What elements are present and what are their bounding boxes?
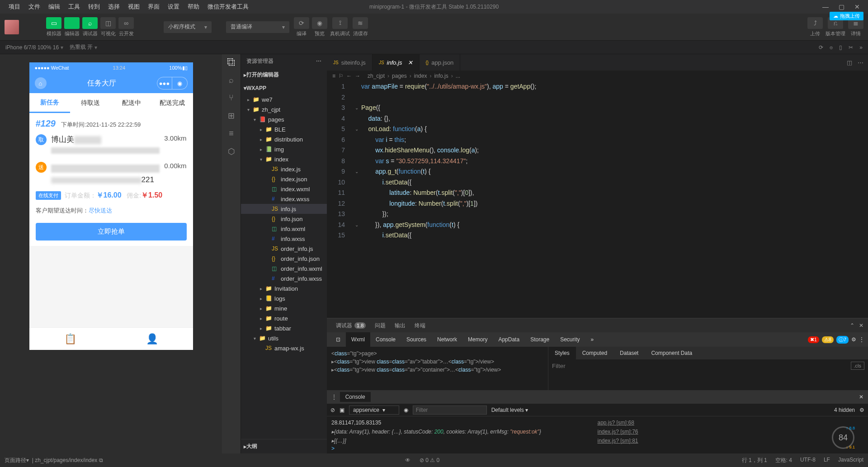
tree-info.js[interactable]: JSinfo.js xyxy=(241,204,327,214)
status-空格: 4[interactable]: 空格: 4 xyxy=(775,457,792,464)
tree-amap-wx.js[interactable]: JSamap-wx.js xyxy=(241,343,327,353)
status-UTF-8[interactable]: UTF-8 xyxy=(800,457,816,464)
maximize-icon[interactable]: ▢ xyxy=(839,3,844,10)
tree-utils[interactable]: ▾📁utils xyxy=(241,333,327,343)
phone-home-icon[interactable]: ⌂ xyxy=(35,77,47,89)
menu-视图[interactable]: 视图 xyxy=(124,1,144,13)
project-root-section[interactable]: ▾ WXAPP xyxy=(241,84,327,93)
styletab-Component Data[interactable]: Component Data xyxy=(645,347,698,359)
console-context-dropdown[interactable]: appservice ▾ xyxy=(349,406,399,415)
styletab-Dataset[interactable]: Dataset xyxy=(613,347,645,359)
close-icon[interactable]: ✕ xyxy=(854,3,860,10)
panel-Console[interactable]: Console xyxy=(370,332,401,347)
console-close-icon[interactable]: ✕ xyxy=(859,394,863,400)
tabbar-orders-icon[interactable]: 📋 xyxy=(29,328,111,350)
tab-app.json[interactable]: {} app.json xyxy=(420,54,461,71)
tree-distribution[interactable]: ▸📁distribution xyxy=(241,134,327,144)
console-top-icon[interactable]: ▣ xyxy=(340,407,344,413)
menu-项目[interactable]: 项目 xyxy=(5,1,24,13)
toolbtn-云开发[interactable]: ∞云开发 xyxy=(118,17,134,37)
menu-界面[interactable]: 界面 xyxy=(144,1,164,13)
toolbtn-调试器[interactable]: ⌕调试器 xyxy=(82,17,98,37)
tree-info.wxml[interactable]: ◫info.wxml xyxy=(241,224,327,234)
status-行 1，列 1[interactable]: 行 1，列 1 xyxy=(742,457,767,464)
devtab-终端[interactable]: 终端 xyxy=(410,319,430,332)
console-filter-input[interactable] xyxy=(413,406,487,415)
extension-icon[interactable]: ⊞ xyxy=(228,111,235,121)
menu-编辑[interactable]: 编辑 xyxy=(44,1,64,13)
capsule-button[interactable]: ●●●◉ xyxy=(157,77,188,90)
toolbtn-预览[interactable]: ◉预览 xyxy=(312,17,327,37)
toolbtn-上传[interactable]: ⤴上传 xyxy=(807,17,823,37)
mode-dropdown[interactable]: 小程序模式▾ xyxy=(164,21,212,33)
menu-设置[interactable]: 设置 xyxy=(164,1,184,13)
console-output[interactable]: 28.81147,105.83135app.js? [sm]:68▸{data:… xyxy=(327,416,868,453)
status-JavaScript[interactable]: JavaScript xyxy=(838,457,863,464)
cloud-icon[interactable]: ≡ xyxy=(229,129,234,138)
panel-Security[interactable]: Security xyxy=(555,332,585,347)
phone-tab-3[interactable]: 配送完成 xyxy=(152,93,193,113)
menu-帮助[interactable]: 帮助 xyxy=(184,1,203,13)
user-avatar[interactable] xyxy=(5,20,19,34)
compile-dropdown[interactable]: 普通编译▾ xyxy=(226,21,289,33)
panel-Wxml[interactable]: Wxml xyxy=(346,332,370,347)
refresh-icon[interactable]: ⟳ xyxy=(819,44,823,51)
problems-count[interactable]: ⊘ 0 ⚠ 0 xyxy=(420,457,439,463)
eye-icon[interactable]: 👁 xyxy=(405,457,410,463)
menu-选择[interactable]: 选择 xyxy=(104,1,124,13)
tree-img[interactable]: ▸📗img xyxy=(241,144,327,154)
open-editors-section[interactable]: ▸ 打开的编辑器 xyxy=(241,70,327,80)
promo-badge[interactable]: ☁ 拖拽上传 xyxy=(830,12,863,20)
tab-siteinfo.js[interactable]: JS siteinfo.js xyxy=(327,54,373,71)
panel-Sources[interactable]: Sources xyxy=(401,332,432,347)
tree-index.wxss[interactable]: #index.wxss xyxy=(241,194,327,204)
toolbtn-真机调试[interactable]: ⟟真机调试 xyxy=(330,17,350,37)
tree-index.wxml[interactable]: ◫index.wxml xyxy=(241,184,327,194)
tree-index[interactable]: ▾📁index xyxy=(241,154,327,164)
cut-icon[interactable]: ✂ xyxy=(849,44,853,51)
menu-转到[interactable]: 转到 xyxy=(84,1,104,13)
grab-order-button[interactable]: 立即抢单 xyxy=(36,223,187,241)
breadcrumb-item[interactable]: pages xyxy=(392,73,407,79)
tree-Invitation[interactable]: ▸📁Invitation xyxy=(241,283,327,293)
console-gear-icon[interactable]: ⚙ xyxy=(859,407,864,413)
console-eye-icon[interactable]: ◉ xyxy=(404,407,408,413)
tree-info.json[interactable]: {}info.json xyxy=(241,214,327,224)
breadcrumb-item[interactable]: index xyxy=(414,73,427,79)
console-tab[interactable]: Console xyxy=(340,392,371,402)
tree-index.js[interactable]: JSindex.js xyxy=(241,164,327,174)
outline-section[interactable]: ▸ 大纲 xyxy=(241,441,327,452)
tab-info.js[interactable]: JS info.js✕ xyxy=(373,54,420,71)
tree-zh_cjpt[interactable]: ▾📁zh_cjpt xyxy=(241,104,327,114)
panel-Storage[interactable]: Storage xyxy=(525,332,555,347)
device-selector[interactable]: iPhone 6/7/8 100% 16 xyxy=(5,44,59,51)
toolbtn-可视化[interactable]: ◫可视化 xyxy=(100,17,116,37)
breadcrumb-item[interactable]: info.js xyxy=(434,73,448,79)
tree-pages[interactable]: ▾📕pages xyxy=(241,114,327,124)
styletab-Styles[interactable]: Styles xyxy=(548,347,576,359)
device-icon[interactable]: ▯ xyxy=(839,44,842,51)
collapse-icon[interactable]: ⌃ xyxy=(850,322,854,329)
home-icon[interactable]: ⌾ xyxy=(830,44,833,51)
devtab-输出[interactable]: 输出 xyxy=(390,319,410,332)
breadcrumb-icons[interactable]: ≡ ⚐ ← → xyxy=(332,73,360,79)
dots-icon[interactable]: ⋮ xyxy=(859,336,864,343)
more-icon[interactable]: ⋯ xyxy=(858,59,863,66)
code-editor[interactable]: 123456789101112131415 ⌄⌄⌄⌄ var amapFile … xyxy=(327,81,868,318)
close-icon[interactable]: ✕ xyxy=(859,322,863,329)
toolbtn-编辑器[interactable]: 编辑器 xyxy=(64,17,80,37)
panel-Network[interactable]: Network xyxy=(432,332,462,347)
tree-info.wxss[interactable]: #info.wxss xyxy=(241,234,327,244)
panel-Memory[interactable]: Memory xyxy=(462,332,493,347)
panel-more[interactable]: » xyxy=(585,332,599,347)
console-menu-icon[interactable]: ⋮ xyxy=(331,394,337,400)
cls-toggle[interactable]: .cls xyxy=(851,362,865,370)
explorer-more-icon[interactable]: ⋯ xyxy=(316,58,321,64)
files-icon[interactable]: ⿻ xyxy=(227,58,236,67)
search-icon[interactable]: ⌕ xyxy=(229,75,234,85)
menu-工具[interactable]: 工具 xyxy=(64,1,84,13)
tree-route[interactable]: ▸📁route xyxy=(241,313,327,323)
bug-icon[interactable]: ⬡ xyxy=(228,146,235,156)
status-LF[interactable]: LF xyxy=(824,457,830,464)
performance-badge[interactable]: ↑ 8.8 84 ↓ 9.1 xyxy=(832,426,854,449)
